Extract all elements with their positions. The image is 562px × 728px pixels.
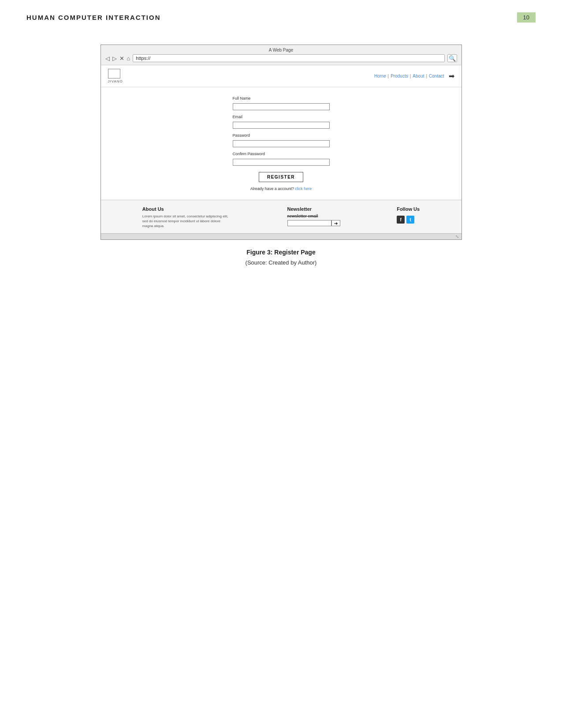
nav-separator-1: | <box>388 74 389 78</box>
nav-link-home[interactable]: Home <box>374 74 386 78</box>
password-input[interactable] <box>233 140 330 147</box>
page-header: HUMAN COMPUTER INTERACTION 10 <box>0 0 562 31</box>
footer-newsletter-section: Newsletter newsletter email ➔ <box>287 206 340 229</box>
browser-back-button[interactable]: ◁ <box>105 55 110 62</box>
page-title: HUMAN COMPUTER INTERACTION <box>26 14 161 21</box>
figure-caption-source: (Source: Created by Author) <box>26 259 536 266</box>
nav-separator-2: | <box>410 74 411 78</box>
webpage-navbar: JIVANO Home | Products | About | Contact… <box>101 65 462 87</box>
webpage-logo-area: JIVANO <box>108 69 123 83</box>
footer-follow-section: Follow Us f t <box>397 206 420 229</box>
newsletter-input[interactable] <box>287 220 331 226</box>
already-account-label: Already have a account? <box>250 187 294 191</box>
confirm-password-label: Confirm Password <box>233 152 330 156</box>
nav-login-button[interactable]: ➡ <box>449 72 454 80</box>
fullname-field-group: Full Name <box>233 96 330 110</box>
nav-link-products[interactable]: Products <box>391 74 408 78</box>
email-field-group: Email <box>233 115 330 129</box>
register-button[interactable]: REGISTER <box>259 172 303 182</box>
follow-us-icons: f t <box>397 216 414 224</box>
webpage-footer: About Us Lorem ipsum dolor sit amet, con… <box>101 200 462 233</box>
confirm-password-field-group: Confirm Password <box>233 152 330 166</box>
email-input[interactable] <box>233 122 330 129</box>
nav-link-contact[interactable]: Contact <box>429 74 444 78</box>
browser-close-button[interactable]: ✕ <box>119 55 124 62</box>
browser-controls: ◁ ▷ ✕ ⌂ 🔍 <box>105 54 457 62</box>
footer-about-text: Lorem ipsum dolor sit amet, consectetur … <box>142 214 231 229</box>
newsletter-placeholder-text: newsletter email <box>287 214 318 218</box>
page-number-badge: 10 <box>517 12 536 22</box>
footer-newsletter-title: Newsletter <box>287 206 312 212</box>
password-label: Password <box>233 133 330 138</box>
fullname-input[interactable] <box>233 103 330 110</box>
footer-about-title: About Us <box>142 206 164 212</box>
nav-separator-3: | <box>426 74 427 78</box>
browser-chrome: A Web Page ◁ ▷ ✕ ⌂ 🔍 <box>101 45 462 65</box>
webpage-logo-box <box>108 69 120 78</box>
register-form-area: Full Name Email Password Confirm Passwor… <box>101 87 462 200</box>
webpage-content: JIVANO Home | Products | About | Contact… <box>101 65 462 239</box>
figure-caption-title: Figure 3: Register Page <box>26 249 536 256</box>
confirm-password-input[interactable] <box>233 159 330 166</box>
already-account-text: Already have a account? click here <box>233 187 330 191</box>
register-btn-wrap: REGISTER <box>233 172 330 182</box>
browser-forward-button[interactable]: ▷ <box>112 55 117 62</box>
footer-about-section: About Us Lorem ipsum dolor sit amet, con… <box>142 206 231 229</box>
browser-tab-bar: A Web Page <box>105 48 457 52</box>
resize-icon: ⤡ <box>455 234 459 239</box>
email-label: Email <box>233 115 330 119</box>
newsletter-submit-button[interactable]: ➔ <box>331 220 340 226</box>
browser-search-icon[interactable]: 🔍 <box>447 54 457 62</box>
browser-tab-label: A Web Page <box>269 48 293 52</box>
fullname-label: Full Name <box>233 96 330 101</box>
browser-home-button[interactable]: ⌂ <box>127 55 130 62</box>
browser-resize-handle[interactable]: ⤡ <box>101 233 462 239</box>
register-form: Full Name Email Password Confirm Passwor… <box>233 96 330 191</box>
facebook-icon[interactable]: f <box>397 216 405 224</box>
click-here-link[interactable]: click here <box>295 187 312 191</box>
nav-link-about[interactable]: About <box>413 74 424 78</box>
password-field-group: Password <box>233 133 330 147</box>
main-content: A Web Page ◁ ▷ ✕ ⌂ 🔍 JIVANO <box>0 31 562 284</box>
webpage-logo-text: JIVANO <box>108 79 123 83</box>
figure-caption: Figure 3: Register Page (Source: Created… <box>26 249 536 266</box>
footer-follow-title: Follow Us <box>397 206 420 212</box>
browser-address-bar[interactable] <box>133 54 444 62</box>
newsletter-input-row: ➔ <box>287 220 340 226</box>
twitter-icon[interactable]: t <box>406 216 414 224</box>
webpage-nav-links: Home | Products | About | Contact <box>374 74 444 78</box>
browser-mockup: A Web Page ◁ ▷ ✕ ⌂ 🔍 JIVANO <box>100 45 462 240</box>
